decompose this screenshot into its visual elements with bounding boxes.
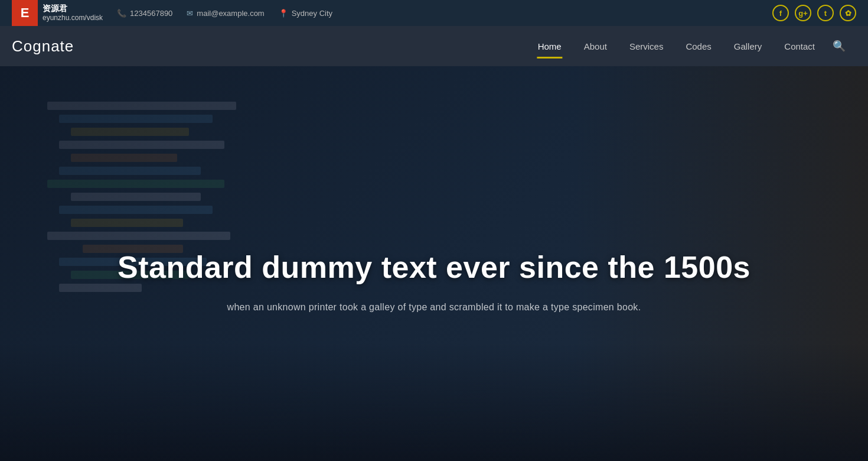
googleplus-icon[interactable]: g+ [795,5,811,21]
phone-number: 1234567890 [130,9,172,18]
nav-services[interactable]: Services [620,38,673,55]
nav-contact[interactable]: Contact [775,38,824,55]
brand-name[interactable]: Cognate [12,37,74,56]
phone-contact: 📞 1234567890 [117,9,172,18]
facebook-icon[interactable]: f [772,5,789,21]
search-icon[interactable]: 🔍 [828,36,850,56]
nav-codes[interactable]: Codes [676,38,720,55]
email-contact: ✉ mail@example.com [187,9,264,18]
phone-icon: 📞 [117,9,126,18]
social-links: f g+ t ✿ [772,5,856,21]
navbar: Cognate Home About Services Codes Galler… [0,26,868,66]
dribbble-icon[interactable]: ✿ [840,5,856,21]
logo[interactable]: E 资源君 eyunzhu.com/vdisk [12,0,103,26]
nav-about[interactable]: About [575,38,616,55]
topbar-left: E 资源君 eyunzhu.com/vdisk 📞 1234567890 ✉ m… [12,0,332,26]
logo-icon: E [12,0,38,26]
twitter-icon[interactable]: t [817,5,834,21]
location-icon: 📍 [279,9,288,18]
topbar: E 资源君 eyunzhu.com/vdisk 📞 1234567890 ✉ m… [0,0,868,26]
email-address: mail@example.com [197,9,264,18]
location-contact: 📍 Sydney City [279,9,332,18]
hero-title: Standard dummy text ever since the 1500s [118,250,750,285]
hero-content: Standard dummy text ever since the 1500s… [94,250,774,313]
nav-home[interactable]: Home [528,38,571,55]
nav-gallery[interactable]: Gallery [725,38,772,55]
hero-subtitle: when an unknown printer took a galley of… [118,302,750,313]
location-text: Sydney City [292,9,332,18]
hero-bottom-overlay [0,343,868,461]
email-icon: ✉ [187,9,193,18]
logo-text: 资源君 eyunzhu.com/vdisk [43,4,103,22]
hero-section: Standard dummy text ever since the 1500s… [0,66,868,461]
nav-links: Home About Services Codes Gallery Contac… [528,36,850,56]
